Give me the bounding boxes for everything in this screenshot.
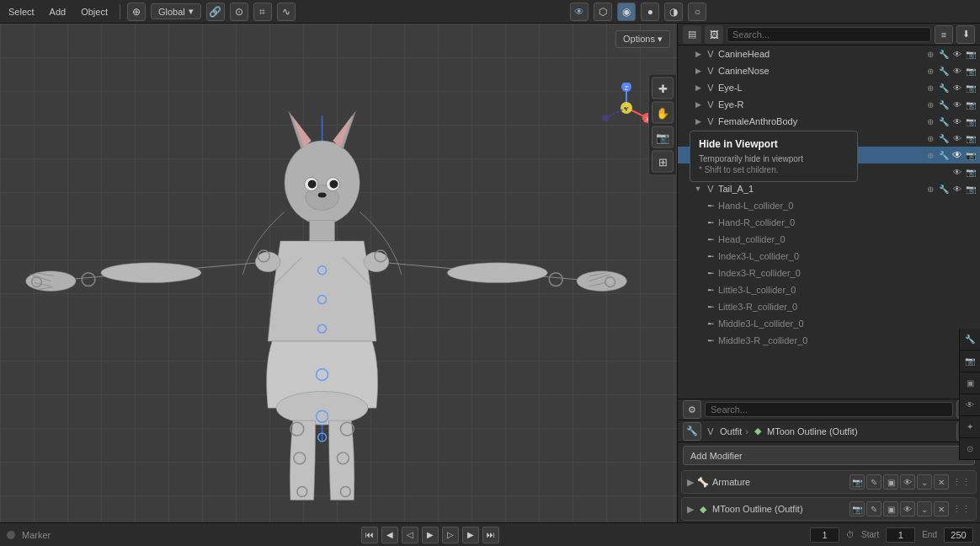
rtab-particles[interactable]: ✦ [960,416,980,438]
outliner-search[interactable] [727,27,931,42]
mod-close-icon[interactable]: ✕ [934,474,949,490]
shading-solid[interactable]: ● [641,3,659,21]
prop-icon[interactable]: ∿ [277,3,296,21]
options-button[interactable]: Options ▾ [615,30,670,48]
eye-icon[interactable]: 👁 [951,166,963,178]
mtoon-down-icon[interactable]: ⌄ [917,501,932,517]
camera-hide-icon2[interactable]: 📷 [965,149,977,161]
camera-hide-icon[interactable]: 📷 [965,65,977,77]
step-forward-btn[interactable]: ▶ [462,527,479,543]
camera-hide-icon[interactable]: 📷 [965,132,977,144]
list-item[interactable]: ▶ V Eye-L ⊕ 🔧 👁 📷 [678,79,980,96]
constraint-icon: ⊕ [924,149,936,161]
grid-tool-btn[interactable]: ⊞ [652,151,674,173]
jump-end-btn[interactable]: ⏭ [482,527,499,543]
eye-icon[interactable]: 👁 [951,132,963,144]
snap-icon[interactable]: 🔗 [206,3,225,21]
play-btn[interactable]: ▶ [422,527,439,543]
rtab-output[interactable]: ▣ [960,372,980,394]
eye-icon[interactable]: 👁 [951,65,963,77]
list-item[interactable]: ╾ Little3-L_collider_0 [678,281,980,298]
camera-hide-icon[interactable]: 📷 [965,48,977,60]
mod-edit-icon[interactable]: ✎ [866,474,881,490]
breadcrumb-outfit[interactable]: Outfit [720,426,742,436]
properties-settings-icon[interactable]: ⚙ [683,400,701,419]
end-frame[interactable]: 250 [944,527,973,543]
transform-icon[interactable]: ⊕ [127,3,146,21]
list-item[interactable]: ╾ Index3-L_collider_0 [678,248,980,265]
rtab-physics[interactable]: ⊙ [960,438,980,460]
select-menu[interactable]: Select [3,5,40,19]
outliner-filter-icon[interactable]: ≡ [935,25,953,44]
properties-search[interactable] [705,402,953,417]
camera-tool-btn[interactable]: 📷 [652,126,674,148]
list-item[interactable]: ╾ Head_collider_0 [678,231,980,248]
modifier-icon: 🔧 [938,183,950,195]
camera-hide-icon[interactable]: 📷 [965,99,977,110]
mtoon-edit-icon[interactable]: ✎ [866,501,881,517]
mod-render-icon[interactable]: ▣ [883,474,898,490]
camera-hide-icon[interactable]: 📷 [965,82,977,94]
mod-eye2-icon[interactable]: 👁 [900,474,915,490]
grid-icon[interactable]: ⌗ [253,3,272,21]
eye-icon[interactable]: 👁 [951,183,963,195]
mtoon-camera-icon[interactable]: 📷 [850,501,865,517]
eye-icon[interactable]: 👁 [951,82,963,94]
viewport-shading-icon[interactable]: 👁 [570,3,589,21]
breadcrumb-mtoon[interactable]: MToon Outline (Outfit) [767,426,858,436]
list-item[interactable]: ▶ V Eye-R ⊕ 🔧 👁 📷 [678,96,980,113]
list-item[interactable]: ╾ Middle3-R _collider_0 [678,332,980,349]
list-item[interactable]: ╾ Little3-R_collider_0 [678,298,980,315]
shading-render[interactable]: ○ [688,3,706,21]
prev-keyframe-btn[interactable]: ◁ [402,527,418,543]
move-tool-btn[interactable]: ✋ [652,102,674,124]
list-item[interactable]: ╾ Middle3-L_collider_0 [678,315,980,332]
mtoon-close-icon[interactable]: ✕ [934,501,949,517]
outliner-view-icon[interactable]: 🖼 [705,25,723,44]
rtab-scene[interactable]: 🔧 [960,329,980,351]
add-modifier-button[interactable]: Add Modifier ⌄ [683,446,975,465]
viewport-area[interactable]: Options ▾ Z X Y [0,24,677,522]
rtab-render[interactable]: 📷 [960,351,980,372]
camera-hide-icon[interactable]: 📷 [965,166,977,178]
cursor-icon[interactable]: ⊙ [230,3,248,21]
overlay-icon[interactable]: ⬡ [594,3,612,21]
start-frame[interactable]: 1 [886,527,915,543]
current-frame[interactable]: 1 [810,527,839,543]
list-item[interactable]: ╾ Index3-R_collider_0 [678,265,980,281]
add-menu[interactable]: Add [45,5,72,19]
camera-hide-icon[interactable]: 📷 [965,183,977,195]
object-menu[interactable]: Object [76,5,113,19]
item-label: Eye-L [718,83,923,93]
mtoon-eye-icon[interactable]: 👁 [900,501,915,517]
camera-hide-icon[interactable]: 📷 [965,115,977,127]
mod-camera-icon[interactable]: 📷 [850,474,865,490]
list-item[interactable]: ▶ V FemaleAnthroBody ⊕ 🔧 👁 📷 [678,113,980,130]
add-tool-btn[interactable]: ✚ [652,78,674,99]
next-keyframe-btn[interactable]: ▷ [442,527,459,543]
mtoon-drag-icon[interactable]: ⋮⋮ [952,504,971,515]
eye-icon[interactable]: 👁 [951,99,963,110]
xray-icon[interactable]: ◉ [617,3,636,21]
mtoon-collapse[interactable]: ▶ [687,504,694,515]
list-item[interactable]: ▶ V CanineHead ⊕ 🔧 👁 📷 [678,46,980,62]
list-item[interactable]: ╾ Hand-R_collider_0 [678,214,980,231]
eye-icon[interactable]: 👁 [951,115,963,127]
step-back-btn[interactable]: ◀ [381,527,398,543]
mod-drag-icon[interactable]: ⋮⋮ [952,477,971,488]
list-item[interactable]: ╾ Hand-L_collider_0 [678,197,980,214]
modifier-collapse[interactable]: ▶ [687,477,694,488]
scene-properties-icon[interactable]: 🔧 [683,422,701,441]
outliner-header-icon[interactable]: ▤ [683,25,701,44]
transform-dropdown[interactable]: Global ▾ [151,3,201,19]
shading-material[interactable]: ◑ [664,3,683,21]
mod-down-icon[interactable]: ⌄ [917,474,932,490]
eye-icon[interactable]: 👁 [951,48,963,60]
mtoon-render-icon[interactable]: ▣ [883,501,898,517]
jump-start-btn[interactable]: ⏮ [361,527,378,543]
list-item[interactable]: ▶ V CanineNose ⊕ 🔧 👁 📷 [678,62,980,79]
hide-viewport-icon[interactable]: 👁 [951,149,963,161]
outliner-sort-icon[interactable]: ⬇ [956,25,975,44]
rtab-view[interactable]: 👁 [960,394,980,416]
list-item[interactable]: ▼ V Tail_A_1 ⊕ 🔧 👁 📷 [678,180,980,197]
